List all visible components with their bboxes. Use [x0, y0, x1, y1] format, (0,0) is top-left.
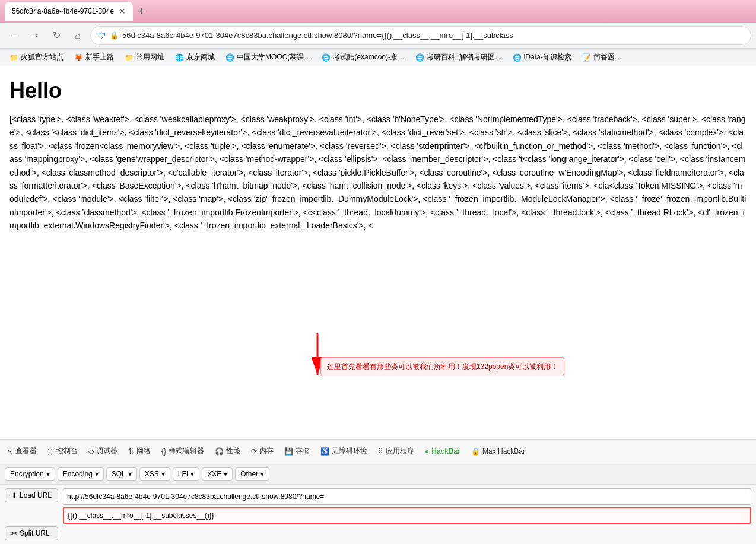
hackbar-split-url-row: ✂ Split URL: [5, 526, 751, 540]
bookmark-item[interactable]: 📁 常用网址: [120, 51, 169, 63]
xxe-label: XXE: [207, 470, 221, 478]
page-body: [<class 'type'>, <class 'weakref'>, <cla…: [9, 113, 747, 233]
bookmarks-bar: 📁 火狐官方站点 🦊 新手上路 📁 常用网址 🌐 京东商城 🌐 中国大学MOOC…: [0, 49, 756, 66]
sql-label: SQL: [112, 470, 126, 478]
bookmark-item[interactable]: 🌐 京东商城: [170, 51, 220, 63]
home-button[interactable]: ⌂: [69, 27, 87, 44]
hackbar-dot-icon: ●: [425, 447, 429, 456]
encoding-label: Encoding: [63, 470, 93, 478]
lfi-dropdown[interactable]: LFI ▾: [173, 467, 199, 481]
performance-icon: 🎧: [215, 447, 224, 456]
forward-button[interactable]: →: [26, 27, 44, 44]
bookmark-label: 火狐官方站点: [21, 52, 63, 62]
devtools-performance[interactable]: 🎧 性能: [210, 444, 245, 459]
bookmark-item[interactable]: 🌐 中国大学MOOC(慕课…: [221, 51, 316, 63]
back-button[interactable]: ←: [5, 27, 23, 44]
devtools-accessibility[interactable]: ♿ 无障碍环境: [316, 444, 372, 459]
split-url-button[interactable]: ✂ Split URL: [5, 526, 58, 540]
lfi-arrow-icon: ▾: [190, 470, 194, 478]
bookmark-item[interactable]: 📁 火狐官方站点: [5, 51, 68, 63]
accessibility-icon: ♿: [320, 447, 329, 456]
bookmark-globe-icon: 🌐: [322, 53, 331, 62]
bookmark-label: 考研百科_解锁考研图…: [427, 52, 502, 62]
devtools-inspector[interactable]: ↖ 查看器: [2, 444, 42, 459]
devtools-hackbar[interactable]: ● HackBar: [420, 445, 465, 458]
active-tab[interactable]: 56dfc34a-8a6e-4b4e-9701-304e ✕: [5, 2, 133, 21]
address-bar[interactable]: 🛡 🔒 56dfc34a-8a6e-4b4e-9701-304e7c8c83ba…: [90, 26, 751, 45]
devtools-network[interactable]: ⇅ 网络: [123, 444, 155, 459]
storage-icon: 💾: [284, 447, 293, 456]
hackbar-load-url-row: ⬆ Load URL: [5, 488, 751, 524]
xxe-arrow-icon: ▾: [224, 470, 227, 478]
split-icon: ✂: [11, 529, 17, 537]
xss-dropdown[interactable]: XSS ▾: [139, 467, 170, 481]
new-tab-button[interactable]: +: [133, 5, 150, 18]
bookmark-globe-icon: 🌐: [513, 53, 522, 62]
xss-arrow-icon: ▾: [161, 470, 165, 478]
console-icon: ⬚: [47, 447, 54, 456]
bookmark-label: 考试酷(examcoo)-永…: [333, 52, 405, 62]
annotation-comment: 这里首先看看有那些类可以被我们所利用！发现132popen类可以被利用！: [320, 357, 564, 376]
bookmark-item[interactable]: 🌐 iData-知识检索: [508, 51, 576, 63]
other-label: Other: [240, 470, 258, 478]
other-dropdown[interactable]: Other ▾: [235, 467, 269, 481]
debugger-icon: ◇: [88, 447, 94, 456]
tab-title: 56dfc34a-8a6e-4b4e-9701-304e: [12, 7, 114, 15]
security-shield-icon: 🛡: [98, 31, 106, 40]
page-content: Hello [<class 'type'>, <class 'weakref'>…: [0, 66, 756, 439]
bookmark-label: 新手上路: [85, 52, 114, 62]
lock-icon: 🔒: [471, 447, 480, 456]
reload-button[interactable]: ↻: [47, 27, 65, 44]
bookmark-item[interactable]: 📝 简答题…: [577, 51, 627, 63]
application-icon: ⠿: [378, 447, 383, 456]
devtools-style-editor[interactable]: {} 样式编辑器: [157, 444, 209, 459]
tab-close-button[interactable]: ✕: [119, 7, 126, 16]
page-title: Hello: [9, 78, 747, 103]
devtools-max-hackbar[interactable]: 🔒 Max HackBar: [466, 445, 530, 458]
tab-bar: 56dfc34a-8a6e-4b4e-9701-304e ✕ +: [0, 0, 756, 23]
bookmark-note-icon: 📝: [582, 53, 591, 62]
load-icon: ⬆: [11, 491, 17, 500]
hackbar-url-input[interactable]: [63, 488, 751, 505]
encryption-arrow-icon: ▾: [46, 470, 50, 478]
bookmark-label: 京东商城: [186, 52, 215, 62]
bookmark-globe-icon: 🌐: [175, 53, 184, 62]
hackbar-url-area: ⬆ Load URL ✂ Split URL: [0, 484, 756, 544]
encoding-dropdown[interactable]: Encoding ▾: [58, 467, 104, 481]
bookmark-label: 常用网址: [136, 52, 164, 62]
browser-window: 56dfc34a-8a6e-4b4e-9701-304e ✕ + ← → ↻ ⌂…: [0, 0, 756, 544]
lock-icon: 🔒: [110, 31, 119, 40]
devtools-console[interactable]: ⬚ 控制台: [43, 444, 82, 459]
hackbar-payload-input[interactable]: [63, 507, 751, 524]
xxe-dropdown[interactable]: XXE ▾: [202, 467, 233, 481]
devtools-memory[interactable]: ⟳ 内存: [246, 444, 278, 459]
url-text: 56dfc34a-8a6e-4b4e-9701-304e7c8c83ba.cha…: [122, 31, 744, 40]
lfi-label: LFI: [178, 470, 188, 478]
bookmark-item[interactable]: 🌐 考试酷(examcoo)-永…: [317, 51, 409, 63]
cursor-icon: ↖: [7, 447, 13, 456]
bookmark-globe-icon: 🌐: [225, 53, 234, 62]
sql-arrow-icon: ▾: [128, 470, 132, 478]
xss-label: XSS: [145, 470, 159, 478]
devtools-toolbar: ↖ 查看器 ⬚ 控制台 ◇ 调试器 ⇅ 网络 {} 样式编辑器 🎧 性能 ⟳ 内…: [0, 439, 756, 463]
devtools-storage[interactable]: 💾 存储: [279, 444, 315, 459]
encoding-arrow-icon: ▾: [95, 470, 99, 478]
bookmark-item[interactable]: 🌐 考研百科_解锁考研图…: [411, 51, 507, 63]
bookmark-folder-icon: 📁: [9, 53, 18, 62]
bookmark-label: iData-知识检索: [524, 52, 571, 62]
bookmark-folder-icon: 📁: [125, 53, 134, 62]
bookmark-item[interactable]: 🦊 新手上路: [69, 51, 119, 63]
memory-icon: ⟳: [251, 447, 257, 456]
style-icon: {}: [161, 447, 166, 456]
bookmark-globe-icon: 🌐: [415, 53, 424, 62]
devtools-application[interactable]: ⠿ 应用程序: [373, 444, 419, 459]
bookmark-firefox-icon: 🦊: [74, 53, 83, 62]
bookmark-label: 简答题…: [593, 52, 622, 62]
hackbar-dropdown-toolbar: Encryption ▾ Encoding ▾ SQL ▾ XSS ▾ LFI …: [0, 463, 756, 484]
sql-dropdown[interactable]: SQL ▾: [106, 467, 137, 481]
load-url-button[interactable]: ⬆ Load URL: [5, 488, 58, 502]
devtools-debugger[interactable]: ◇ 调试器: [84, 444, 122, 459]
network-icon: ⇅: [128, 447, 134, 456]
nav-bar: ← → ↻ ⌂ 🛡 🔒 56dfc34a-8a6e-4b4e-9701-304e…: [0, 23, 756, 49]
encryption-dropdown[interactable]: Encryption ▾: [5, 467, 55, 481]
